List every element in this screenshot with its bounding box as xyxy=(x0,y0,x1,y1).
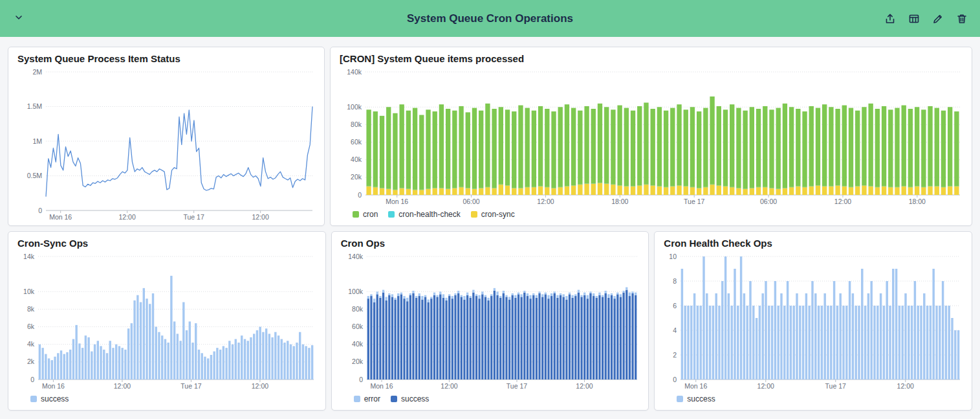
svg-text:12:00: 12:00 xyxy=(757,382,774,390)
svg-text:12:00: 12:00 xyxy=(441,382,457,390)
items-processed-bar-chart[interactable]: 020k40k60k80k100k140kMon 1606:0012:0018:… xyxy=(338,67,964,207)
panel-title-items-processed[interactable]: [CRON] System Queue items processed xyxy=(338,53,964,67)
svg-text:Tue 17: Tue 17 xyxy=(684,198,704,205)
legend-item-success[interactable]: success xyxy=(30,394,69,403)
legend-item-cron-health-check[interactable]: cron-health-check xyxy=(388,210,460,219)
legend-swatch xyxy=(677,396,683,402)
dashboard-title: System Queue Cron Operations xyxy=(0,12,980,25)
svg-text:06:00: 06:00 xyxy=(463,198,479,205)
legend-swatch xyxy=(30,396,37,402)
svg-text:Mon 16: Mon 16 xyxy=(386,198,408,205)
cron-sync-ops-legend: success xyxy=(16,391,318,407)
svg-text:4k: 4k xyxy=(27,340,35,348)
panel-cron-sync-ops: Cron-Sync Ops 02k4k6k8k10k14kMon 1612:00… xyxy=(8,231,326,411)
svg-text:Mon 16: Mon 16 xyxy=(49,213,72,221)
legend-swatch xyxy=(354,396,360,402)
cron-ops-bar-chart[interactable]: 020k40k60k80k100k140kMon 1612:00Tue 1712… xyxy=(340,251,641,391)
svg-text:Mon 16: Mon 16 xyxy=(42,382,65,390)
svg-text:60k: 60k xyxy=(352,323,364,330)
dashboard-row-top: System Queue Process Item Status 00.5M1M… xyxy=(8,47,972,226)
legend-swatch xyxy=(471,211,477,218)
table-icon xyxy=(908,13,920,25)
svg-text:40k: 40k xyxy=(351,155,362,163)
legend-label: success xyxy=(687,394,715,403)
dashboard-header: System Queue Cron Operations xyxy=(0,0,980,37)
svg-text:1M: 1M xyxy=(32,137,42,145)
svg-text:100k: 100k xyxy=(348,288,364,295)
dashboard-row-bottom: Cron-Sync Ops 02k4k6k8k10k14kMon 1612:00… xyxy=(8,231,972,411)
panel-cron-health-check-ops: Cron Health Check Ops 0246810Mon 1612:00… xyxy=(654,231,972,411)
edit-button[interactable] xyxy=(930,11,946,27)
svg-text:20k: 20k xyxy=(352,357,364,365)
svg-text:6: 6 xyxy=(673,302,677,310)
svg-text:12:00: 12:00 xyxy=(252,382,268,390)
svg-text:0: 0 xyxy=(38,207,42,214)
svg-text:80k: 80k xyxy=(351,120,362,128)
svg-text:140k: 140k xyxy=(347,68,362,76)
svg-text:6k: 6k xyxy=(27,323,35,330)
panel-queue-status: System Queue Process Item Status 00.5M1M… xyxy=(8,47,325,226)
svg-text:0: 0 xyxy=(30,376,34,383)
cron-health-check-legend: success xyxy=(662,391,964,407)
panel-title-queue-status[interactable]: System Queue Process Item Status xyxy=(16,53,316,67)
delete-icon xyxy=(956,13,968,25)
edit-icon xyxy=(932,13,944,25)
panel-title-cron-health-check-ops[interactable]: Cron Health Check Ops xyxy=(662,238,964,251)
svg-text:18:00: 18:00 xyxy=(909,198,926,205)
svg-text:2M: 2M xyxy=(32,68,42,76)
svg-text:Tue 17: Tue 17 xyxy=(180,382,201,390)
svg-text:2k: 2k xyxy=(27,357,35,365)
share-button[interactable] xyxy=(882,11,898,27)
svg-text:Tue 17: Tue 17 xyxy=(825,382,846,390)
svg-text:80k: 80k xyxy=(352,305,364,313)
cron-health-check-bar-chart[interactable]: 0246810Mon 1612:00Tue 1712:00 xyxy=(662,251,964,391)
svg-text:20k: 20k xyxy=(351,173,362,181)
svg-text:12:00: 12:00 xyxy=(576,382,593,390)
svg-text:12:00: 12:00 xyxy=(834,198,851,205)
chevron-down-icon xyxy=(13,12,25,23)
svg-text:40k: 40k xyxy=(352,340,364,348)
legend-item-success[interactable]: success xyxy=(391,394,429,403)
svg-text:100k: 100k xyxy=(347,103,362,111)
legend-item-cron[interactable]: cron xyxy=(353,210,378,219)
legend-swatch xyxy=(391,396,397,402)
svg-text:8: 8 xyxy=(673,277,677,285)
svg-text:Tue 17: Tue 17 xyxy=(184,213,204,221)
panel-title-cron-sync-ops[interactable]: Cron-Sync Ops xyxy=(16,238,318,251)
legend-label: cron-sync xyxy=(481,210,515,219)
queue-status-line-chart[interactable]: 00.5M1M1.5M2MMon 1612:00Tue 1712:00 xyxy=(16,67,316,222)
svg-text:0: 0 xyxy=(359,376,363,383)
panel-cron-ops: Cron Ops 020k40k60k80k100k140kMon 1612:0… xyxy=(331,231,649,411)
svg-text:Tue 17: Tue 17 xyxy=(506,382,527,390)
cron-ops-legend: errorsuccess xyxy=(340,391,641,407)
items-processed-legend: croncron-health-checkcron-sync xyxy=(338,207,964,222)
svg-text:12:00: 12:00 xyxy=(252,213,269,221)
collapse-chevron-button[interactable] xyxy=(10,9,27,28)
svg-text:140k: 140k xyxy=(348,253,364,260)
table-view-button[interactable] xyxy=(906,11,922,27)
panel-title-cron-ops[interactable]: Cron Ops xyxy=(340,238,641,251)
legend-swatch xyxy=(353,211,359,218)
legend-item-cron-sync[interactable]: cron-sync xyxy=(471,210,515,219)
legend-item-success[interactable]: success xyxy=(677,394,715,403)
svg-text:Mon 16: Mon 16 xyxy=(685,382,708,390)
svg-text:1.5M: 1.5M xyxy=(27,102,42,110)
svg-text:10: 10 xyxy=(670,253,677,260)
legend-swatch xyxy=(388,211,395,218)
svg-text:10k: 10k xyxy=(23,288,35,295)
svg-text:14k: 14k xyxy=(23,253,35,260)
cron-sync-ops-bar-chart[interactable]: 02k4k6k8k10k14kMon 1612:00Tue 1712:00 xyxy=(16,251,318,391)
share-icon xyxy=(884,13,896,25)
svg-text:0: 0 xyxy=(673,376,677,383)
legend-label: error xyxy=(364,394,380,403)
legend-item-error[interactable]: error xyxy=(354,394,380,403)
legend-label: cron xyxy=(363,210,378,219)
delete-button[interactable] xyxy=(954,11,970,27)
svg-text:12:00: 12:00 xyxy=(114,382,131,390)
svg-text:4: 4 xyxy=(673,326,677,334)
svg-text:2: 2 xyxy=(673,351,677,359)
svg-text:0: 0 xyxy=(358,191,362,199)
panel-items-processed: [CRON] System Queue items processed 020k… xyxy=(330,47,972,226)
svg-text:18:00: 18:00 xyxy=(611,198,628,205)
header-actions xyxy=(882,11,970,27)
